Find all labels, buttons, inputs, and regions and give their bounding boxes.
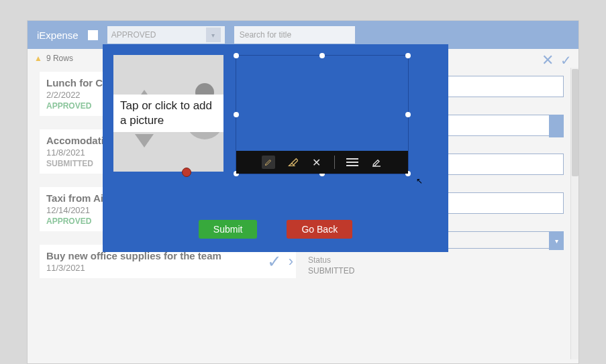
resize-handle[interactable]: [319, 53, 325, 58]
drawing-toolbar: ✕: [236, 151, 408, 174]
chevron-down-icon: ▾: [549, 231, 564, 250]
edit-icon[interactable]: [370, 156, 383, 169]
vertical-scrollbar[interactable]: [570, 68, 578, 359]
submit-button[interactable]: Submit: [199, 220, 258, 239]
toolbar-separator: [334, 156, 335, 169]
go-back-button[interactable]: Go Back: [287, 220, 352, 239]
eraser-icon[interactable]: [286, 156, 299, 169]
resize-handle[interactable]: [405, 112, 411, 117]
resize-handle[interactable]: [234, 112, 239, 117]
scrollbar-thumb[interactable]: [572, 69, 578, 176]
upload-picture-area[interactable]: Tap or click to add a picture: [113, 55, 223, 172]
clear-icon[interactable]: ✕: [310, 156, 323, 169]
search-input[interactable]: [234, 26, 355, 44]
status-value: SUBMITTED: [308, 266, 564, 276]
warning-icon: ▲: [34, 54, 42, 63]
resize-handle[interactable]: [405, 53, 411, 58]
list-item-date: 11/3/2021: [46, 263, 221, 273]
pen-icon[interactable]: [262, 156, 275, 169]
chevron-down-icon: ▾: [206, 27, 221, 42]
picture-modal: Tap or click to add a picture ✕: [103, 44, 448, 252]
upload-instruction: Tap or click to add a picture: [113, 95, 223, 132]
resize-handle[interactable]: [234, 53, 239, 58]
approve-icon[interactable]: ✓: [267, 251, 282, 272]
status-label: Status: [308, 255, 564, 265]
lines-icon[interactable]: [346, 156, 359, 169]
app-title: iExpense: [37, 29, 79, 41]
close-icon[interactable]: ✕: [542, 52, 554, 69]
signature-pad[interactable]: ✕: [236, 55, 409, 174]
confirm-icon[interactable]: ✓: [560, 52, 572, 68]
chevron-right-icon[interactable]: ›: [289, 253, 293, 270]
filter-select-value: APPROVED: [111, 30, 156, 40]
filter-select[interactable]: APPROVED ▾: [107, 26, 225, 44]
delete-icon[interactable]: [182, 168, 191, 177]
rows-count: 9 Rows: [46, 54, 73, 63]
mouse-cursor-icon: ↖: [416, 176, 423, 186]
header-checkbox[interactable]: [88, 30, 98, 40]
